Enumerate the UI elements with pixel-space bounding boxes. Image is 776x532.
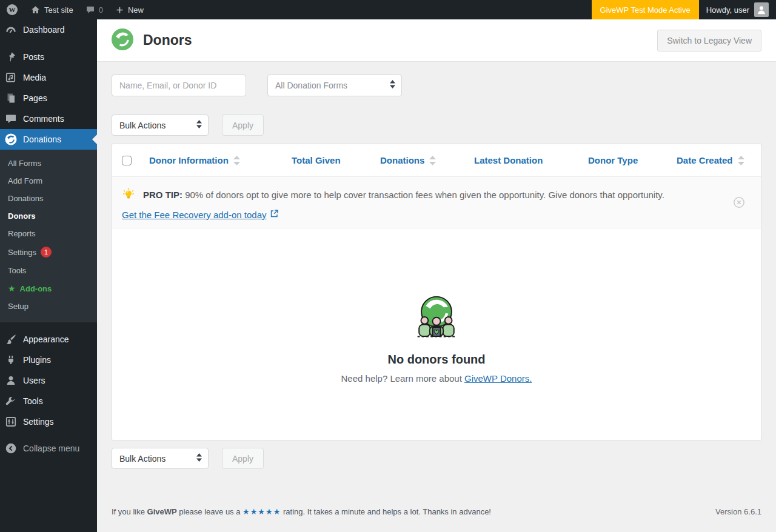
five-stars-rating[interactable]: ★★★★★	[242, 507, 281, 516]
sidebar-item-label: Plugins	[23, 355, 51, 365]
account-menu[interactable]: Howdy, user	[699, 0, 776, 19]
sidebar: Dashboard Posts Media Pages Comments Don…	[0, 19, 97, 532]
column-header-donor-information[interactable]: Donor Information	[149, 155, 292, 165]
donations-submenu: All Forms Add Form Donations Donors Repo…	[0, 150, 97, 322]
subitem-label: Setup	[8, 302, 28, 311]
sidebar-item-tools[interactable]: Tools	[0, 391, 97, 411]
subitem-label: Donors	[8, 211, 36, 221]
empty-state: No donors found Need help? Learn more ab…	[112, 228, 761, 440]
switch-to-legacy-view-button[interactable]: Switch to Legacy View	[657, 30, 761, 52]
givewp-donors-link[interactable]: GiveWP Donors.	[464, 373, 532, 384]
plus-icon	[115, 5, 124, 15]
sidebar-item-label: Posts	[23, 52, 44, 62]
apply-button[interactable]: Apply	[222, 115, 264, 136]
sidebar-item-collapse-menu[interactable]: Collapse menu	[0, 438, 97, 459]
wordpress-logo-icon: W	[6, 4, 18, 16]
sidebar-item-donations[interactable]: Donations	[0, 129, 97, 150]
column-label: Total Given	[292, 155, 341, 165]
pushpin-icon	[5, 51, 17, 63]
givewp-test-mode-badge[interactable]: GiveWP Test Mode Active	[592, 0, 699, 19]
sidebar-item-label: Comments	[23, 114, 64, 124]
star-icon: ★	[8, 284, 16, 293]
column-label: Donations	[380, 155, 424, 165]
page-header-left: Donors	[112, 28, 192, 53]
sidebar-item-label: Settings	[23, 417, 54, 427]
donation-form-select[interactable]: All Donation Forms	[267, 75, 402, 96]
howdy-label: Howdy, user	[706, 5, 749, 15]
pro-tip-text-line: PRO TIP: 90% of donors opt to give more …	[122, 187, 724, 202]
wrench-icon	[5, 395, 17, 407]
sidebar-item-label: Collapse menu	[23, 444, 79, 453]
sidebar-subitem-add-form[interactable]: Add Form	[0, 172, 97, 190]
page-header: Donors Switch to Legacy View	[97, 19, 776, 62]
column-header-date-created[interactable]: Date Created	[677, 155, 761, 165]
admin-bar-left: W Test site 0 New	[0, 0, 592, 19]
sidebar-item-label: Dashboard	[23, 25, 65, 35]
sidebar-item-pages[interactable]: Pages	[0, 88, 97, 108]
sidebar-item-posts[interactable]: Posts	[0, 47, 97, 67]
sidebar-subitem-settings[interactable]: Settings 1	[0, 242, 97, 262]
sidebar-item-comments[interactable]: Comments	[0, 108, 97, 129]
sidebar-item-users[interactable]: Users	[0, 370, 97, 391]
page-title: Donors	[143, 32, 192, 48]
sidebar-subitem-add-ons[interactable]: ★ Add-ons	[0, 279, 97, 298]
fee-recovery-link[interactable]: Get the Fee Recovery add-on today	[122, 210, 266, 220]
bulk-actions-select-bottom[interactable]: Bulk Actions	[112, 448, 209, 469]
sidebar-subitem-tools[interactable]: Tools	[0, 262, 97, 279]
sidebar-item-label: Users	[23, 376, 45, 385]
comment-bubble-icon	[85, 5, 95, 15]
admin-bar-right: GiveWP Test Mode Active Howdy, user	[592, 0, 776, 19]
donor-search-input[interactable]	[112, 75, 246, 96]
menu-separator	[0, 322, 97, 329]
site-name-menu[interactable]: Test site	[24, 0, 79, 19]
bulk-actions-select[interactable]: Bulk Actions	[112, 115, 209, 136]
sidebar-item-label: Appearance	[23, 334, 69, 344]
bulk-actions-row-top: Bulk Actions Apply	[112, 115, 761, 136]
sidebar-item-appearance[interactable]: Appearance	[0, 329, 97, 350]
sidebar-item-label: Media	[23, 73, 46, 82]
subitem-label: Settings	[8, 248, 36, 257]
wordpress-menu[interactable]: W	[0, 0, 24, 19]
sidebar-subitem-all-forms[interactable]: All Forms	[0, 155, 97, 172]
column-label: Donor Type	[588, 155, 638, 165]
subitem-label: All Forms	[8, 159, 41, 168]
select-all-checkbox[interactable]	[122, 156, 132, 165]
sidebar-subitem-setup[interactable]: Setup	[0, 298, 97, 315]
sidebar-item-plugins[interactable]: Plugins	[0, 350, 97, 370]
givewp-logo	[112, 28, 133, 53]
column-header-donations[interactable]: Donations	[380, 155, 474, 165]
new-menu[interactable]: New	[109, 0, 150, 19]
sidebar-subitem-reports[interactable]: Reports	[0, 225, 97, 242]
sidebar-item-settings[interactable]: Settings	[0, 411, 97, 432]
table-header-row: Donor Information Total Given Donations …	[112, 144, 761, 176]
version-label: Version 6.6.1	[715, 507, 761, 516]
sidebar-subitem-donors[interactable]: Donors	[0, 207, 97, 225]
sidebar-item-label: Tools	[23, 396, 43, 406]
main-content: Donors Switch to Legacy View All Donatio…	[97, 0, 776, 516]
footer-brand: GiveWP	[147, 507, 177, 516]
footer-text: rating. It takes a minute and helps a lo…	[281, 507, 491, 516]
footer-text: If you like	[112, 507, 147, 516]
sidebar-subitem-donations[interactable]: Donations	[0, 190, 97, 207]
column-header-donor-type[interactable]: Donor Type	[588, 155, 677, 165]
select-all-cell	[122, 156, 149, 165]
subitem-label: Add-ons	[20, 284, 52, 293]
plug-icon	[5, 354, 17, 366]
lightbulb-icon	[122, 187, 135, 202]
svg-text:W: W	[9, 6, 16, 13]
sidebar-item-label: Donations	[23, 135, 61, 144]
comments-icon	[5, 113, 17, 125]
sort-icon	[429, 156, 436, 165]
help-text: Need help? Learn more about	[341, 373, 464, 384]
sidebar-item-dashboard[interactable]: Dashboard	[0, 19, 97, 40]
sidebar-item-media[interactable]: Media	[0, 67, 97, 88]
column-header-latest-donation[interactable]: Latest Donation	[474, 155, 588, 165]
column-label: Date Created	[677, 155, 733, 165]
comments-menu[interactable]: 0	[79, 0, 109, 19]
avatar	[754, 2, 769, 17]
bulk-actions-row-bottom: Bulk Actions Apply	[112, 448, 761, 469]
column-header-total-given[interactable]: Total Given	[292, 155, 380, 165]
apply-button-bottom[interactable]: Apply	[222, 448, 264, 469]
pages-icon	[5, 92, 17, 104]
dismiss-pro-tip-button[interactable]	[733, 196, 745, 208]
